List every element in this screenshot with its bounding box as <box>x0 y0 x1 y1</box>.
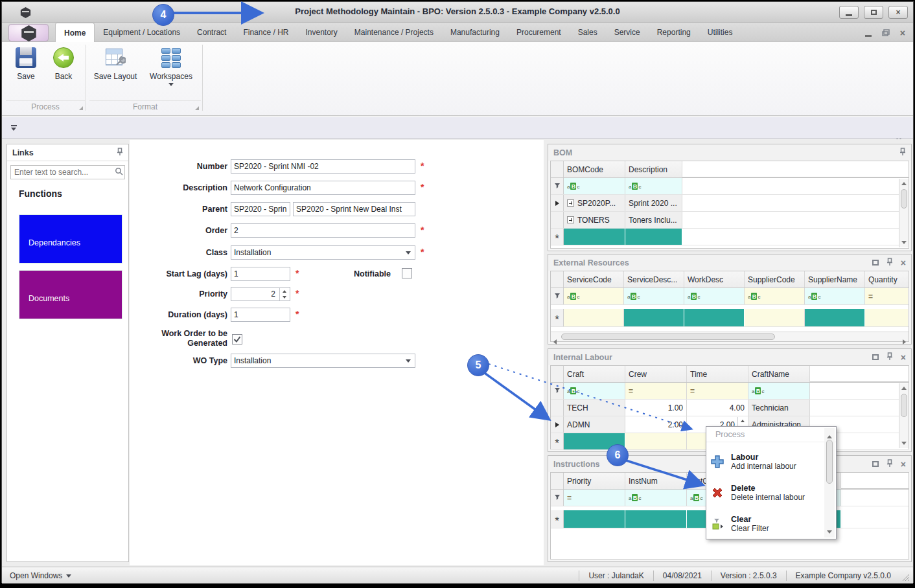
external-resources-title: External Resources <box>553 258 629 267</box>
pin-icon[interactable] <box>886 257 893 269</box>
save-button[interactable]: Save <box>6 47 46 81</box>
parent-code-field[interactable]: SP2020 - Sprin <box>231 202 290 216</box>
column-header[interactable]: Priority <box>564 473 625 489</box>
column-header[interactable]: BOMCode <box>564 161 625 177</box>
notifiable-checkbox[interactable] <box>402 268 412 278</box>
start-lag-field[interactable]: 1 <box>231 267 290 281</box>
column-header[interactable]: SupplierCode <box>745 271 805 288</box>
tab-utilities[interactable]: Utilities <box>699 23 741 42</box>
documents-button[interactable]: Documents <box>19 270 122 319</box>
maximize-button[interactable] <box>864 6 883 19</box>
maximize-panel-icon[interactable] <box>872 260 879 266</box>
expand-icon[interactable] <box>567 216 574 223</box>
column-header[interactable]: WorkDesc <box>684 271 745 288</box>
pin-icon[interactable] <box>899 147 906 159</box>
wo-generated-checkbox[interactable] <box>232 334 242 345</box>
abc-filter-icon: aBc <box>808 293 820 300</box>
resize-grip[interactable] <box>901 573 910 582</box>
tab-inventory[interactable]: Inventory <box>297 23 345 42</box>
vertical-scrollbar[interactable] <box>899 179 909 247</box>
tab-reporting[interactable]: Reporting <box>649 23 699 42</box>
tab-home[interactable]: Home <box>55 23 95 42</box>
filter-row[interactable]: aBc aBc <box>551 178 909 195</box>
spin-down-icon[interactable] <box>280 295 289 301</box>
table-row[interactable]: TECH 1.00 4.00 Technician <box>551 400 909 416</box>
menu-item-labour[interactable]: LabourAdd internal labour <box>710 449 814 475</box>
column-header[interactable]: Quantity <box>865 271 908 288</box>
column-header[interactable]: Crew <box>625 366 687 382</box>
tab-contract[interactable]: Contract <box>189 23 235 42</box>
workspaces-button[interactable]: Workspaces <box>146 47 196 86</box>
tab-maintenance-projects[interactable]: Maintenance / Projects <box>346 23 442 42</box>
tab-sales[interactable]: Sales <box>570 23 606 42</box>
new-row[interactable]: * <box>551 229 909 245</box>
status-date: 04/08/2021 <box>653 571 711 581</box>
vertical-scrollbar[interactable] <box>824 428 835 537</box>
chevron-down-icon[interactable] <box>406 359 411 363</box>
column-header[interactable]: Time <box>687 366 748 382</box>
pin-icon[interactable] <box>117 147 123 159</box>
order-field[interactable]: 2 <box>231 223 415 238</box>
new-row[interactable]: * <box>551 309 909 327</box>
column-header[interactable]: CraftName <box>748 366 810 382</box>
pin-icon[interactable] <box>886 352 893 363</box>
customize-icon[interactable] <box>11 125 17 131</box>
maximize-panel-icon[interactable] <box>872 354 879 360</box>
number-field[interactable]: SP2020 - Sprint NMI -02 <box>231 159 415 174</box>
wo-type-dropdown[interactable]: Installation <box>231 354 415 368</box>
callout-5: 5 <box>467 354 489 376</box>
abc-filter-icon: aBc <box>688 293 700 300</box>
dialog-launcher-icon[interactable] <box>79 106 83 110</box>
tab-equipment-locations[interactable]: Equipment / Locations <box>95 23 189 42</box>
class-dropdown[interactable]: Installation <box>231 245 415 260</box>
close-panel-icon[interactable]: × <box>901 259 906 267</box>
column-header[interactable]: ServiceDesc... <box>624 271 684 288</box>
filter-row[interactable]: aBc aBc aBc aBc aBc = <box>551 288 909 305</box>
callout-6: 6 <box>607 444 629 466</box>
mdi-close-icon[interactable]: × <box>900 28 905 38</box>
chevron-down-icon[interactable] <box>406 251 411 254</box>
status-company: Example Company v2.5.0.0 <box>786 571 900 581</box>
tab-finance-hr[interactable]: Finance / HR <box>235 23 297 42</box>
priority-stepper[interactable]: 2 <box>231 287 290 301</box>
column-header[interactable]: InstNum <box>625 473 687 489</box>
pin-icon[interactable] <box>886 458 893 470</box>
mdi-minimize-icon[interactable] <box>865 35 872 37</box>
column-header[interactable]: SupplierName <box>805 271 865 288</box>
minimize-button[interactable] <box>839 6 859 19</box>
dialog-launcher-icon[interactable] <box>195 106 199 110</box>
spin-up-icon[interactable] <box>280 288 289 295</box>
back-button[interactable]: Back <box>43 47 84 81</box>
expand-icon[interactable] <box>567 199 574 207</box>
menu-item-clear[interactable]: ClearClear Filter <box>710 511 814 537</box>
application-button[interactable] <box>8 24 49 41</box>
close-panel-icon[interactable]: × <box>901 354 906 361</box>
table-row[interactable]: SP2020P... Sprint 2020 ... <box>551 195 909 212</box>
table-row[interactable]: TONERS Toners Inclu... <box>551 212 909 229</box>
search-input[interactable] <box>14 168 115 177</box>
close-panel-icon[interactable]: × <box>901 460 906 468</box>
duration-field[interactable]: 1 <box>231 308 290 322</box>
mdi-restore-icon[interactable] <box>882 27 890 39</box>
tab-procurement[interactable]: Procurement <box>508 23 570 42</box>
bom-panel: BOM BOMCode Description aBc aBc <box>548 144 912 251</box>
parent-desc-field[interactable]: SP2020 - Sprint New Deal Inst <box>293 202 415 216</box>
menu-item-delete[interactable]: DeleteDelete internal labour <box>710 480 814 506</box>
maximize-panel-icon[interactable] <box>872 461 879 467</box>
window-title: Project Methodology Maintain - BPO: Vers… <box>2 6 913 16</box>
horizontal-scrollbar[interactable] <box>551 332 909 341</box>
tab-manufacturing[interactable]: Manufacturing <box>442 23 508 42</box>
open-windows-button[interactable]: Open Windows <box>2 571 71 580</box>
filter-row[interactable]: aBc = = aBc <box>551 383 909 400</box>
column-header[interactable]: ServiceCode <box>564 271 624 288</box>
abc-filter-icon: aBc <box>567 387 579 394</box>
search-icon[interactable] <box>115 166 123 178</box>
description-field[interactable]: Network Configuration <box>231 181 415 195</box>
tab-service[interactable]: Service <box>606 23 649 42</box>
column-header[interactable]: Description <box>625 161 682 177</box>
dependancies-button[interactable]: Dependancies <box>19 214 122 264</box>
column-header[interactable]: Craft <box>564 366 625 382</box>
vertical-scrollbar[interactable] <box>899 383 909 448</box>
save-layout-button[interactable]: Save Layout <box>93 47 138 81</box>
close-button[interactable]: × <box>888 6 908 19</box>
